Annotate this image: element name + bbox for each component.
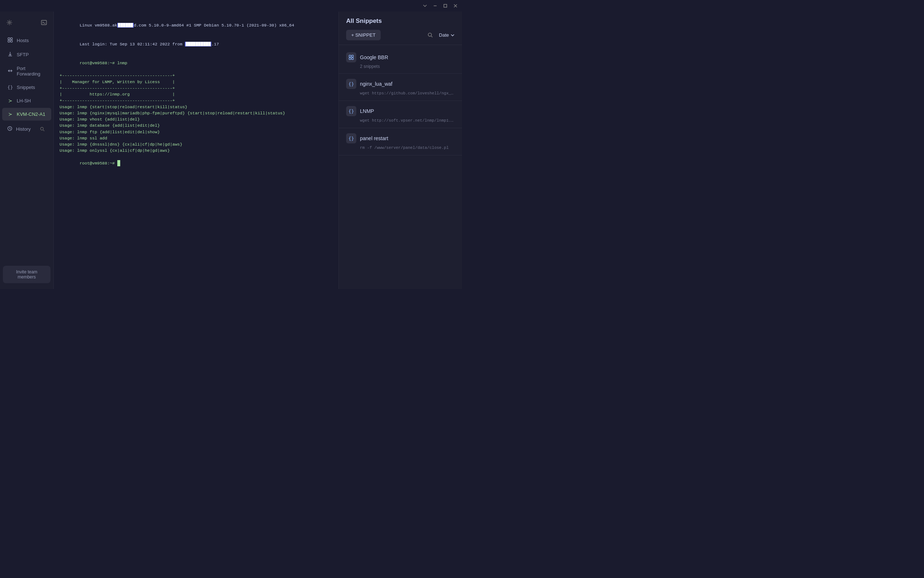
terminal-prompt: root@vm9588:~# [60,154,333,173]
sidebar-item-lh-sh[interactable]: ≻ LH-SH [2,94,51,107]
svg-rect-9 [11,40,12,42]
svg-rect-8 [8,40,10,42]
sidebar-item-snippets[interactable]: {} Snippets [2,81,51,94]
search-snippets-icon[interactable] [425,30,436,40]
terminal-line-1: Linux vm9588.ak██████d.com 5.10.0-9-amd6… [60,16,333,35]
snippet-count: 2 snippets [346,64,455,69]
snippet-group-google-bbr[interactable]: Google BBR 2 snippets [339,48,462,74]
terminal-icon[interactable] [39,18,49,28]
sidebar-item-hosts[interactable]: Hosts [2,34,51,47]
terminal-container: Linux vm9588.ak██████d.com 5.10.0-9-amd6… [54,11,338,289]
svg-rect-15 [349,58,351,60]
svg-rect-1 [444,4,447,7]
group-icon [346,52,356,62]
kvm-label: KVM-CN2-A1 [17,112,46,117]
snippet-item-header: {} LNMP [346,106,455,116]
snippets-title: All Snippets [346,18,455,25]
terminal-line-3: root@vm9588:~# lnmp [60,54,333,73]
snippet-name: LNMP [360,108,374,114]
snippet-group-header: Google BBR [346,52,455,62]
snippet-icon: {} [346,79,356,89]
snippets-toolbar-right: Date [425,30,455,40]
snippet-icon: {} [346,106,356,116]
history-icon [7,126,12,132]
terminal-line-14: Usage: lnmp ssl add [60,135,333,141]
sidebar-item-history[interactable]: History [2,121,51,136]
date-filter[interactable]: Date [439,32,455,38]
date-label: Date [439,32,449,38]
sftp-label: SFTP [17,52,29,57]
snippet-item-lnmp[interactable]: {} LNMP wget http://soft.vpser.net/lnmp/… [339,101,462,128]
app-body: Hosts SFTP Port Forwarding {} Snippets ≻ [0,11,462,289]
sidebar: Hosts SFTP Port Forwarding {} Snippets ≻ [0,11,54,289]
terminal-line-4: +---------------------------------------… [60,72,333,78]
snippets-toolbar: + SNIPPET Date [346,30,455,40]
terminal-line-12: Usage: lnmp database {add|list|edit|del} [60,122,333,128]
port-forwarding-icon [7,68,13,75]
kvm-icon: ≻ [7,112,13,117]
sftp-icon [7,52,13,58]
snippets-header: All Snippets + SNIPPET Date [339,11,462,45]
terminal-line-16: Usage: lnmp onlyssl {cx|ali|cf|dp|he|gd|… [60,148,333,154]
chevron-down-btn[interactable] [421,2,429,10]
terminal-line-11: Usage: lnmp vhost {add|list|del} [60,116,333,122]
snippets-list: Google BBR 2 snippets {} nginx_lua_waf w… [339,45,462,289]
terminal-line-9: Usage: lnmp {start|stop|reload|restart|k… [60,104,333,110]
terminal-line-8: +---------------------------------------… [60,97,333,104]
svg-rect-13 [349,55,351,57]
snippets-panel: All Snippets + SNIPPET Date [338,11,462,289]
lh-sh-label: LH-SH [17,98,31,104]
snippet-preview: wget http://soft.vpser.net/lnmp/lnmp1.9·… [346,119,455,123]
sidebar-top [0,15,54,31]
minimize-btn[interactable] [431,2,439,10]
invite-label: Invite team members [16,270,37,279]
invite-team-members-btn[interactable]: Invite team members [3,266,50,283]
hosts-icon [7,37,13,44]
history-content: History [7,126,38,132]
terminal-line-5: | Manager for LNMP, Written by Licess | [60,79,333,85]
sidebar-item-kvm-cn2-a1[interactable]: ≻ KVM-CN2-A1 [2,108,51,120]
group-name: Google BBR [360,54,388,60]
add-snippet-label: + SNIPPET [351,32,376,38]
svg-point-11 [40,127,43,130]
terminal-line-2: Last login: Tue Sep 13 02:11:42 2022 fro… [60,35,333,54]
snippet-item-header: {} nginx_lua_waf [346,79,455,89]
terminal-line-13: Usage: lnmp ftp {add|list|edit|del|show} [60,129,333,135]
maximize-btn[interactable] [442,2,449,10]
snippet-item-header: {} panel restart [346,133,455,143]
snippet-name: nginx_lua_waf [360,81,393,87]
snippet-icon: {} [346,133,356,143]
snippet-item-panel-restart[interactable]: {} panel restart rm -f /www/server/panel… [339,128,462,155]
svg-point-4 [9,22,11,24]
add-snippet-btn[interactable]: + SNIPPET [346,30,381,40]
snippets-icon: {} [7,84,13,90]
svg-rect-14 [351,55,353,57]
svg-rect-6 [8,38,10,40]
titlebar [0,0,462,11]
snippet-preview: wget https://github.com/loveshell/ngx_l·… [346,91,455,96]
sidebar-item-sftp[interactable]: SFTP [2,48,51,62]
history-label: History [16,127,31,132]
terminal-line-10: Usage: lnmp {nginx|mysql|mariadb|php-fpm… [60,110,333,116]
port-forwarding-label: Port Forwarding [17,66,46,76]
terminal-line-6: +---------------------------------------… [60,85,333,91]
history-search-icon[interactable] [38,125,46,133]
settings-icon[interactable] [4,18,15,28]
terminal-line-7: | https://lnmp.org | [60,91,333,97]
hosts-label: Hosts [17,38,29,43]
lh-sh-icon: ≻ [7,98,13,104]
close-btn[interactable] [452,2,459,10]
sidebar-item-port-forwarding[interactable]: Port Forwarding [2,62,51,80]
snippet-preview: rm -f /www/server/panel/data/close.pl [346,146,455,150]
terminal[interactable]: Linux vm9588.ak██████d.com 5.10.0-9-amd6… [54,11,338,289]
svg-rect-7 [11,38,12,40]
terminal-line-15: Usage: lnmp {dnsssl|dns} {cx|ali|cf|dp|h… [60,141,333,148]
svg-point-12 [428,33,431,36]
snippet-item-nginx-lua-waf[interactable]: {} nginx_lua_waf wget https://github.com… [339,74,462,101]
snippet-name: panel restart [360,135,388,141]
snippets-label: Snippets [17,84,35,90]
svg-rect-16 [351,58,353,60]
